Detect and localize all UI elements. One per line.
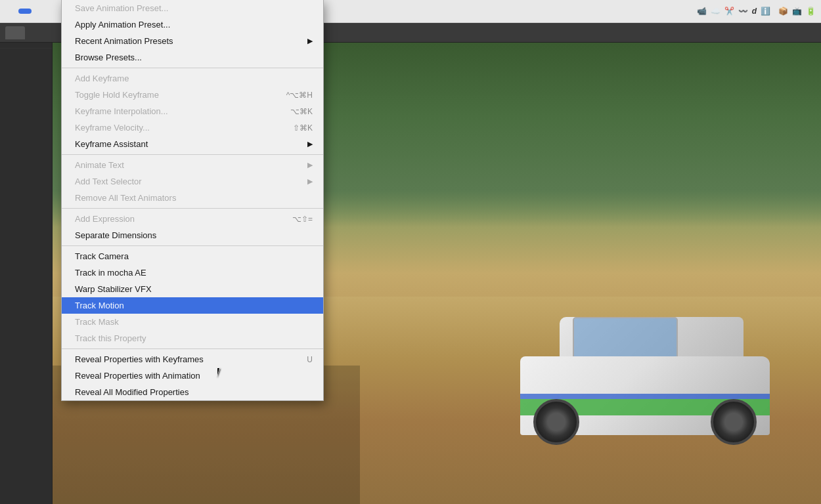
menu-item-label-recent-animation-presets: Recent Animation Presets <box>75 36 173 46</box>
menu-item-shortcut-keyframe-interpolation: ⌥⌘K <box>290 107 313 116</box>
info-icon: ℹ️ <box>761 7 770 16</box>
menu-item-label-track-camera: Track Camera <box>75 251 129 261</box>
menu-item-arrow-recent-animation-presets: ▶ <box>307 37 313 45</box>
battery-icon: 🔋 <box>806 7 816 16</box>
menu-item-label-add-expression: Add Expression <box>75 214 135 224</box>
menu-item-save-animation-preset: Save Animation Preset... <box>62 0 323 16</box>
menu-item-apply-animation-preset[interactable]: Apply Animation Preset... <box>62 16 323 33</box>
menu-item-reveal-properties-keyframes[interactable]: Reveal Properties with KeyframesU <box>62 351 323 368</box>
menu-item-keyframe-velocity: Keyframe Velocity...⇧⌘K <box>62 119 323 136</box>
menu-item-label-separate-dimensions: Separate Dimensions <box>75 230 156 240</box>
menu-item-reveal-all-modified[interactable]: Reveal All Modified Properties <box>62 384 323 400</box>
menu-item-window[interactable] <box>45 9 58 14</box>
menu-item-track-this-property: Track this Property <box>62 330 323 346</box>
menu-item-keyframe-assistant[interactable]: Keyframe Assistant▶ <box>62 136 323 152</box>
menu-item-label-add-keyframe: Add Keyframe <box>75 74 129 83</box>
separator-sep1 <box>62 68 323 68</box>
menu-item-track-mask: Track Mask <box>62 314 323 330</box>
menu-item-label-track-mask: Track Mask <box>75 317 119 327</box>
menu-item-animate-text: Animate Text▶ <box>62 157 323 173</box>
menu-item-label-track-in-mocha-ae: Track in mocha AE <box>75 268 146 278</box>
menu-item-reveal-properties-animation[interactable]: Reveal Properties with Animation <box>62 368 323 384</box>
menu-item-label-reveal-properties-animation: Reveal Properties with Animation <box>75 371 200 381</box>
d-icon: d <box>752 7 757 16</box>
frame-value-2 <box>0 51 52 54</box>
menu-item-label-add-text-selector: Add Text Selector <box>75 177 142 186</box>
frame-label <box>0 43 52 49</box>
menu-item-label-remove-all-text-animators: Remove All Text Animators <box>75 193 176 203</box>
menu-item-arrow-keyframe-assistant: ▶ <box>307 140 313 148</box>
menu-item-toggle-hold-keyframe: Toggle Hold Keyframe^⌥⌘H <box>62 87 323 103</box>
menu-item-add-text-selector: Add Text Selector▶ <box>62 173 323 190</box>
menu-item-label-reveal-all-modified: Reveal All Modified Properties <box>75 387 189 397</box>
menu-item-label-apply-animation-preset: Apply Animation Preset... <box>75 20 170 30</box>
menu-item-label-save-animation-preset: Save Animation Preset... <box>75 3 168 13</box>
separator-sep2 <box>62 154 323 155</box>
menu-item-track-motion[interactable]: Track Motion <box>62 297 323 314</box>
menu-item-label-warp-stabilizer-vfx: Warp Stabilizer VFX <box>75 284 152 294</box>
comp-tab[interactable] <box>5 26 25 39</box>
menu-item-shortcut-add-expression: ⌥⇧= <box>292 215 313 224</box>
menu-item-label-keyframe-assistant: Keyframe Assistant <box>75 139 148 149</box>
menubar-right-icons: 📹 ☁️ ✂️ 〰️ d ℹ️ 📦 📺 🔋 <box>697 7 816 16</box>
menu-item-animation[interactable] <box>18 9 32 14</box>
menu-item-label-browse-presets: Browse Presets... <box>75 52 142 62</box>
scene-car <box>507 264 783 435</box>
wave-icon: 〰️ <box>738 7 748 16</box>
menu-item-label-track-motion: Track Motion <box>75 301 124 310</box>
separator-sep4 <box>62 245 323 246</box>
car-wheel-right <box>711 399 757 445</box>
left-panel <box>0 43 53 504</box>
separator-sep3 <box>62 208 323 209</box>
menu-item-shortcut-reveal-properties-keyframes: U <box>307 355 313 364</box>
menu-item-track-in-mocha-ae[interactable]: Track in mocha AE <box>62 264 323 281</box>
car-wheel-left <box>533 399 579 445</box>
menu-item-shortcut-keyframe-velocity: ⇧⌘K <box>293 123 313 133</box>
menu-item-arrow-add-text-selector: ▶ <box>307 177 313 186</box>
menu-item-remove-all-text-animators: Remove All Text Animators <box>62 190 323 206</box>
menu-item-keyframe-interpolation: Keyframe Interpolation...⌥⌘K <box>62 103 323 119</box>
menu-item-add-expression: Add Expression⌥⇧= <box>62 211 323 227</box>
separator-sep5 <box>62 348 323 349</box>
menu-item-separate-dimensions[interactable]: Separate Dimensions <box>62 227 323 243</box>
menu-item-label-track-this-property: Track this Property <box>75 333 146 343</box>
animation-dropdown-menu: Save Animation Preset...Apply Animation … <box>61 0 324 401</box>
menu-item-shortcut-toggle-hold-keyframe: ^⌥⌘H <box>286 91 313 100</box>
scissors-icon: ✂️ <box>724 7 734 16</box>
menu-item-view[interactable] <box>32 9 45 14</box>
menu-item-recent-animation-presets[interactable]: Recent Animation Presets▶ <box>62 33 323 49</box>
menu-item-effect[interactable] <box>5 9 18 14</box>
menu-item-add-keyframe: Add Keyframe <box>62 70 323 87</box>
menu-item-label-toggle-hold-keyframe: Toggle Hold Keyframe <box>75 90 159 100</box>
car-stripe-blue <box>520 394 770 399</box>
dropbox-icon: 📦 <box>778 7 788 16</box>
menu-item-browse-presets[interactable]: Browse Presets... <box>62 49 323 66</box>
menu-item-arrow-animate-text: ▶ <box>307 161 313 169</box>
menu-item-warp-stabilizer-vfx[interactable]: Warp Stabilizer VFX <box>62 281 323 297</box>
menu-item-label-keyframe-velocity: Keyframe Velocity... <box>75 123 150 133</box>
video-icon: 📹 <box>697 7 707 16</box>
menu-item-label-keyframe-interpolation: Keyframe Interpolation... <box>75 106 168 116</box>
menu-item-label-animate-text: Animate Text <box>75 160 124 170</box>
airplay-icon: 📺 <box>792 7 802 16</box>
cloud-icon: ☁️ <box>711 7 721 16</box>
menu-item-label-reveal-properties-keyframes: Reveal Properties with Keyframes <box>75 354 204 364</box>
menu-item-track-camera[interactable]: Track Camera <box>62 248 323 264</box>
